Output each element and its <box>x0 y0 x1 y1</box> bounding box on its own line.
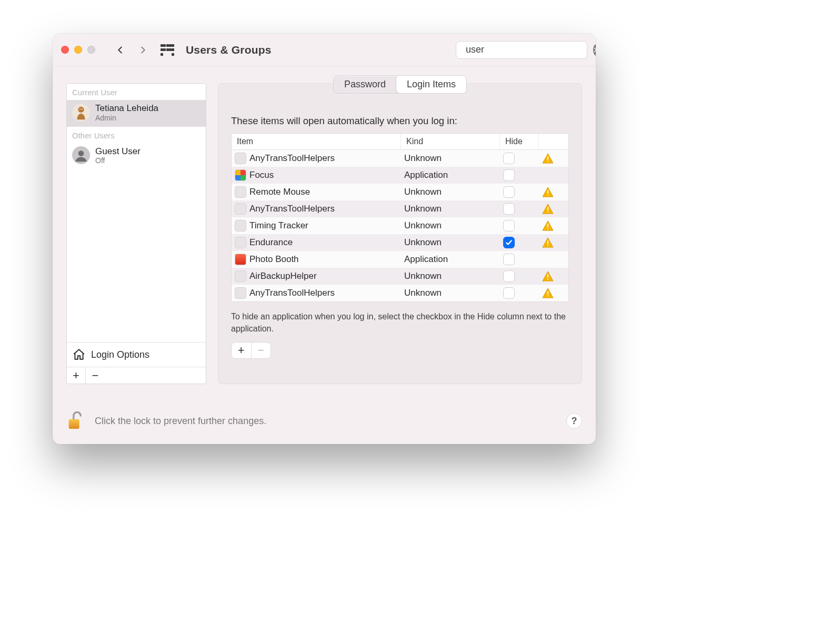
app-icon <box>235 203 246 215</box>
remove-login-item-button[interactable]: − <box>251 343 271 358</box>
check-icon <box>505 239 513 246</box>
svg-rect-21 <box>547 296 548 297</box>
tab-login-items[interactable]: Login Items <box>396 76 466 93</box>
app-icon <box>235 270 246 282</box>
col-item[interactable]: Item <box>232 134 401 149</box>
app-icon <box>235 287 246 299</box>
status-cell <box>539 288 568 298</box>
app-icon <box>235 169 246 181</box>
table-row[interactable]: FocusApplication <box>232 167 568 184</box>
hide-checkbox[interactable] <box>503 287 515 299</box>
lock-open-icon[interactable] <box>66 410 85 431</box>
hide-cell <box>500 270 539 282</box>
person-icon <box>74 148 88 163</box>
minimize-dot[interactable] <box>74 46 82 54</box>
warning-icon <box>542 271 554 281</box>
status-cell <box>539 271 568 281</box>
svg-rect-17 <box>547 245 548 246</box>
hide-checkbox[interactable] <box>503 153 515 164</box>
zoom-dot[interactable] <box>87 46 95 54</box>
table-row[interactable]: AirBackupHelperUnknown <box>232 268 568 285</box>
add-user-button[interactable]: + <box>67 367 86 384</box>
status-cell <box>539 187 568 197</box>
show-all-button[interactable] <box>161 44 174 56</box>
hide-checkbox[interactable] <box>503 220 515 232</box>
sidebar-item-current-user[interactable]: Tetiana Leheida Admin <box>67 100 206 126</box>
svg-rect-19 <box>547 279 548 280</box>
table-row[interactable]: EnduranceUnknown <box>232 234 568 251</box>
current-user-name: Tetiana Leheida <box>95 103 158 114</box>
hide-cell <box>500 254 539 265</box>
kind-cell: Unknown <box>401 220 500 231</box>
table-row[interactable]: Remote MouseUnknown <box>232 184 568 200</box>
warning-icon <box>542 288 554 298</box>
hide-checkbox[interactable] <box>503 186 515 198</box>
kind-cell: Unknown <box>401 237 500 248</box>
svg-rect-20 <box>547 291 548 294</box>
table-row[interactable]: AnyTransToolHelpersUnknown <box>232 285 568 301</box>
item-name: Endurance <box>249 237 293 248</box>
item-name: AnyTransToolHelpers <box>249 153 335 164</box>
login-options-button[interactable]: Login Options <box>67 342 206 367</box>
svg-rect-16 <box>547 240 548 244</box>
kind-cell: Unknown <box>401 187 500 197</box>
hide-checkbox[interactable] <box>503 254 515 265</box>
close-dot[interactable] <box>61 46 69 54</box>
table-row[interactable]: AnyTransToolHelpersUnknown <box>232 150 568 167</box>
clear-search-button[interactable] <box>593 44 596 56</box>
item-cell: Photo Booth <box>232 254 401 265</box>
other-users-heading: Other Users <box>67 127 206 143</box>
back-button[interactable] <box>112 42 128 58</box>
add-login-item-button[interactable]: + <box>232 343 251 358</box>
svg-rect-22 <box>69 419 79 429</box>
hide-cell <box>500 203 539 215</box>
login-items-table: Item Kind Hide AnyTransToolHelpersUnknow… <box>231 133 569 302</box>
warning-icon <box>542 220 554 231</box>
status-cell <box>539 220 568 231</box>
main-panel: Password Login Items These items will op… <box>218 83 582 384</box>
house-icon <box>72 348 86 361</box>
item-cell: AnyTransToolHelpers <box>232 203 401 215</box>
segmented-control: Password Login Items <box>333 75 467 94</box>
hide-cell <box>500 237 539 248</box>
table-row[interactable]: Timing TrackerUnknown <box>232 217 568 234</box>
item-cell: Timing Tracker <box>232 220 401 232</box>
table-row[interactable]: Photo BoothApplication <box>232 251 568 268</box>
hide-checkbox[interactable] <box>503 270 515 282</box>
status-cell <box>539 237 568 248</box>
warning-icon <box>542 204 554 214</box>
svg-point-6 <box>82 108 83 109</box>
app-icon <box>235 220 246 232</box>
search-field[interactable] <box>456 41 587 59</box>
remove-user-button[interactable]: − <box>86 367 105 384</box>
help-button[interactable]: ? <box>566 413 582 429</box>
table-row[interactable]: AnyTransToolHelpersUnknown <box>232 200 568 217</box>
svg-rect-18 <box>547 274 548 277</box>
col-kind[interactable]: Kind <box>401 134 500 149</box>
tab-password[interactable]: Password <box>334 76 396 93</box>
svg-rect-8 <box>547 156 548 159</box>
hide-checkbox[interactable] <box>503 203 515 215</box>
col-hide[interactable]: Hide <box>500 134 539 149</box>
warning-icon <box>542 237 554 248</box>
lock-text: Click the lock to prevent further change… <box>95 416 266 427</box>
svg-point-4 <box>78 107 84 113</box>
kind-cell: Unknown <box>401 271 500 281</box>
item-name: AnyTransToolHelpers <box>249 288 335 298</box>
forward-button[interactable] <box>135 42 151 58</box>
hide-cell <box>500 153 539 164</box>
svg-rect-13 <box>547 212 548 213</box>
hide-cell <box>500 169 539 181</box>
add-remove-item-control: + − <box>231 342 271 359</box>
search-input[interactable] <box>466 44 588 55</box>
hide-checkbox[interactable] <box>503 237 515 248</box>
status-cell <box>539 153 568 164</box>
app-icon <box>235 254 246 265</box>
item-cell: AnyTransToolHelpers <box>232 153 401 164</box>
sidebar-item-guest-user[interactable]: Guest User Off <box>67 143 206 169</box>
item-cell: Endurance <box>232 237 401 248</box>
hide-checkbox[interactable] <box>503 169 515 181</box>
warning-icon <box>542 153 554 164</box>
svg-rect-14 <box>547 224 548 227</box>
item-name: Focus <box>249 170 274 180</box>
